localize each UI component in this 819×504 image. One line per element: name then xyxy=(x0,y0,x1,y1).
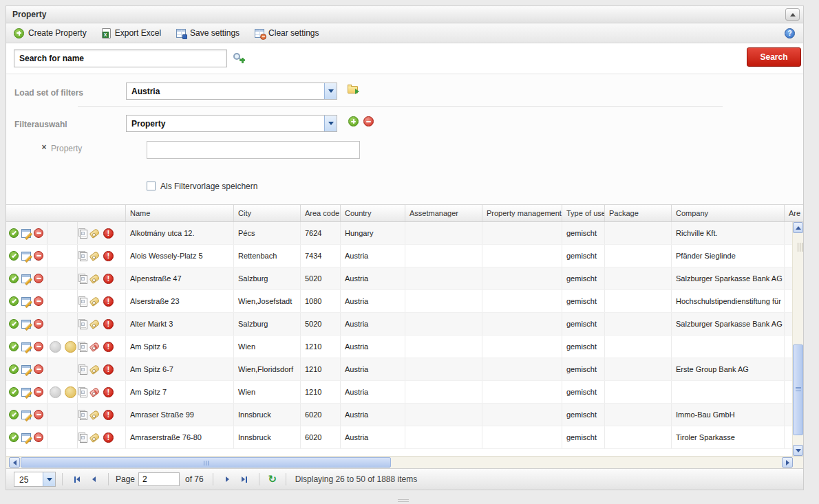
table-row[interactable]: ! Alkotmány utca 12. Pécs 7624 Hungary g… xyxy=(6,222,793,245)
tag-icon[interactable] xyxy=(89,251,100,261)
edit-icon[interactable] xyxy=(21,320,31,329)
clear-settings-button[interactable]: Clear settings xyxy=(255,28,319,38)
table-row[interactable]: ! Alter Markt 3 Salzburg 5020 Austria ge… xyxy=(6,313,793,336)
column-header-type-of-use[interactable]: Type of use xyxy=(562,205,605,222)
delete-icon[interactable] xyxy=(34,387,43,397)
tag-icon[interactable] xyxy=(89,410,100,420)
tag-icon[interactable] xyxy=(89,364,100,375)
table-row[interactable]: ! Amraser Straße 99 Innsbruck 6020 Austr… xyxy=(6,404,793,426)
accept-icon[interactable] xyxy=(9,274,19,283)
column-header-city[interactable]: City xyxy=(234,205,301,222)
edit-icon[interactable] xyxy=(21,274,31,283)
help-icon[interactable]: ? xyxy=(785,28,795,39)
accept-icon[interactable] xyxy=(9,342,19,351)
combo-trigger-icon[interactable] xyxy=(43,472,55,486)
tag-icon[interactable] xyxy=(89,432,100,443)
edit-icon[interactable] xyxy=(21,388,31,397)
table-row[interactable]: ! Amraserstraße 76-80 Innsbruck 6020 Aus… xyxy=(6,426,793,449)
page-number-input[interactable] xyxy=(138,472,180,486)
column-header-property-management[interactable]: Property management xyxy=(482,205,562,222)
save-settings-button[interactable]: Save settings xyxy=(176,28,240,38)
error-icon[interactable]: ! xyxy=(103,410,114,420)
search-button[interactable]: Search xyxy=(747,47,801,67)
accept-icon[interactable] xyxy=(9,251,19,261)
delete-icon[interactable] xyxy=(34,364,43,374)
column-header-area-code[interactable]: Area code xyxy=(301,205,341,222)
next-page-button[interactable] xyxy=(220,472,236,486)
create-property-button[interactable]: Create Property xyxy=(14,28,87,39)
error-icon[interactable]: ! xyxy=(103,432,114,443)
copy-document-icon[interactable] xyxy=(78,251,87,261)
accept-icon[interactable] xyxy=(9,319,19,329)
edit-icon[interactable] xyxy=(21,252,31,261)
table-row[interactable]: ! Am Spitz 6 Wien 1210 Austria gemischt xyxy=(6,336,793,358)
copy-document-icon[interactable] xyxy=(78,228,87,239)
column-header-package[interactable]: Package xyxy=(605,205,672,222)
export-excel-button[interactable]: X Export Excel xyxy=(102,28,161,39)
column-header-are[interactable]: Are xyxy=(785,205,803,222)
filterauswahl-combo[interactable]: Property xyxy=(126,115,337,132)
remove-filter-icon[interactable] xyxy=(363,116,374,127)
copy-document-icon[interactable] xyxy=(78,387,87,397)
table-row[interactable]: ! Am Spitz 7 Wien 1210 Austria gemischt xyxy=(6,381,793,404)
horizontal-scrollbar[interactable] xyxy=(6,456,803,468)
error-icon[interactable]: ! xyxy=(103,274,114,284)
collapse-panel-button[interactable] xyxy=(785,8,800,21)
edit-icon[interactable] xyxy=(21,410,31,419)
add-filter-icon[interactable] xyxy=(348,116,359,127)
first-page-button[interactable] xyxy=(69,472,85,486)
copy-document-icon[interactable] xyxy=(78,364,87,375)
search-input[interactable] xyxy=(14,50,227,67)
accept-icon[interactable] xyxy=(9,364,19,374)
table-row[interactable]: ! Alpenstraße 47 Salzburg 5020 Austria g… xyxy=(6,267,793,290)
accept-icon[interactable] xyxy=(9,410,19,419)
tag-icon[interactable] xyxy=(89,296,100,307)
load-filters-combo[interactable]: Austria xyxy=(126,83,337,100)
tag-icon[interactable] xyxy=(89,342,100,352)
delete-icon[interactable] xyxy=(34,228,43,238)
column-header-name[interactable]: Name xyxy=(126,205,234,222)
accept-icon[interactable] xyxy=(9,228,19,238)
error-icon[interactable]: ! xyxy=(103,364,114,375)
remove-property-filter-icon[interactable]: × xyxy=(40,144,48,152)
table-row[interactable]: ! Am Spitz 6-7 Wien,Floridsdorf 1210 Aus… xyxy=(6,358,793,381)
delete-icon[interactable] xyxy=(34,410,43,419)
edit-icon[interactable] xyxy=(21,433,31,442)
accept-icon[interactable] xyxy=(9,296,19,306)
edit-icon[interactable] xyxy=(21,342,31,351)
error-icon[interactable]: ! xyxy=(103,296,114,307)
prev-page-button[interactable] xyxy=(85,472,102,486)
copy-document-icon[interactable] xyxy=(78,342,87,352)
save-filter-template-checkbox[interactable] xyxy=(147,182,156,190)
delete-icon[interactable] xyxy=(34,342,43,351)
error-icon[interactable]: ! xyxy=(103,387,114,397)
load-filter-set-icon[interactable] xyxy=(348,86,358,94)
property-filter-input[interactable] xyxy=(147,141,360,159)
edit-icon[interactable] xyxy=(21,229,31,238)
scroll-up-icon[interactable] xyxy=(793,222,803,233)
vertical-scrollbar[interactable] xyxy=(792,222,803,456)
delete-icon[interactable] xyxy=(34,432,43,442)
table-row[interactable]: ! Alserstraße 23 Wien,Josefstadt 1080 Au… xyxy=(6,290,793,313)
edit-icon[interactable] xyxy=(21,365,31,374)
table-row[interactable]: ! Alois Wessely-Platz 5 Rettenbach 7434 … xyxy=(6,245,793,267)
delete-icon[interactable] xyxy=(34,251,43,261)
last-page-button[interactable] xyxy=(236,472,253,486)
column-header-assetmanager[interactable]: Assetmanager xyxy=(405,205,482,222)
accept-icon[interactable] xyxy=(9,387,19,397)
scroll-left-icon[interactable] xyxy=(9,457,20,468)
refresh-icon[interactable]: ↻ xyxy=(266,473,279,485)
tag-icon[interactable] xyxy=(89,387,100,397)
delete-icon[interactable] xyxy=(34,319,43,329)
resize-grip[interactable] xyxy=(398,499,409,503)
column-header-company[interactable]: Company xyxy=(672,205,785,222)
vertical-scrollbar-thumb[interactable] xyxy=(793,344,803,435)
horizontal-scrollbar-thumb[interactable] xyxy=(21,457,391,468)
combo-trigger-icon[interactable] xyxy=(324,83,337,99)
delete-icon[interactable] xyxy=(34,296,43,306)
zoom-add-icon[interactable] xyxy=(233,52,245,64)
accept-icon[interactable] xyxy=(9,432,19,442)
scroll-down-icon[interactable] xyxy=(793,445,803,456)
column-header-country[interactable]: Country xyxy=(341,205,405,222)
delete-icon[interactable] xyxy=(34,274,43,283)
